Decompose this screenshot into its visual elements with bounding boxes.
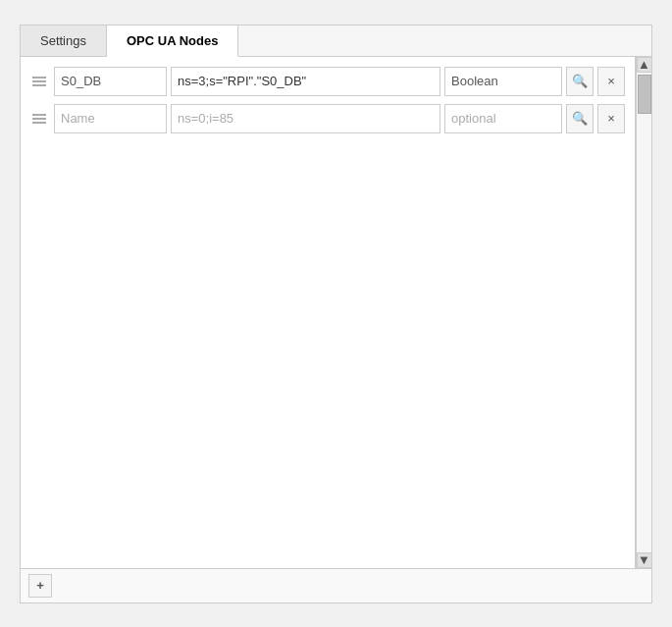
nodes-list: 🔍 × 🔍 — [21, 57, 636, 568]
drag-line-2 — [32, 80, 46, 82]
drag-handle[interactable] — [30, 112, 50, 126]
node-id-input[interactable] — [171, 104, 440, 133]
chevron-down-icon: ▼ — [638, 552, 650, 567]
drag-handle[interactable] — [30, 75, 50, 88]
scrollbar: ▲ ▼ — [636, 57, 651, 568]
drag-line-3 — [32, 122, 46, 124]
search-button[interactable]: 🔍 — [566, 104, 594, 133]
tab-opc-ua-nodes-label: OPC UA Nodes — [127, 33, 218, 48]
footer-bar: + — [21, 568, 651, 602]
remove-button[interactable]: × — [597, 67, 625, 96]
drag-line-1 — [32, 77, 46, 78]
node-type-input[interactable] — [444, 104, 562, 133]
tab-opc-ua-nodes[interactable]: OPC UA Nodes — [107, 26, 238, 57]
search-button[interactable]: 🔍 — [566, 67, 594, 96]
close-icon: × — [607, 74, 615, 88]
node-id-input[interactable] — [171, 67, 440, 96]
table-row: 🔍 × — [30, 104, 625, 133]
add-node-button[interactable]: + — [28, 574, 52, 598]
search-icon: 🔍 — [572, 74, 588, 88]
nodes-main-area: 🔍 × 🔍 — [21, 57, 636, 568]
drag-line-1 — [32, 114, 46, 116]
node-type-input[interactable] — [444, 67, 562, 96]
tab-content: 🔍 × 🔍 — [21, 57, 651, 568]
search-icon: 🔍 — [572, 111, 588, 126]
close-icon: × — [607, 111, 615, 126]
remove-button[interactable]: × — [597, 104, 625, 133]
table-row: 🔍 × — [30, 67, 625, 96]
node-name-input[interactable] — [54, 67, 167, 96]
scrollbar-down-button[interactable]: ▼ — [637, 552, 652, 568]
chevron-up-icon: ▲ — [638, 57, 650, 72]
node-name-input[interactable] — [54, 104, 167, 133]
scrollbar-thumb[interactable] — [638, 75, 651, 114]
main-window: Settings OPC UA Nodes — [20, 25, 652, 603]
tab-settings[interactable]: Settings — [21, 26, 107, 57]
drag-line-3 — [32, 84, 46, 86]
scrollbar-up-button[interactable]: ▲ — [637, 57, 652, 73]
tab-bar: Settings OPC UA Nodes — [21, 26, 651, 57]
scrollbar-thumb-area — [637, 73, 651, 552]
plus-icon: + — [36, 578, 44, 593]
tab-settings-label: Settings — [40, 33, 86, 48]
drag-line-2 — [32, 118, 46, 120]
